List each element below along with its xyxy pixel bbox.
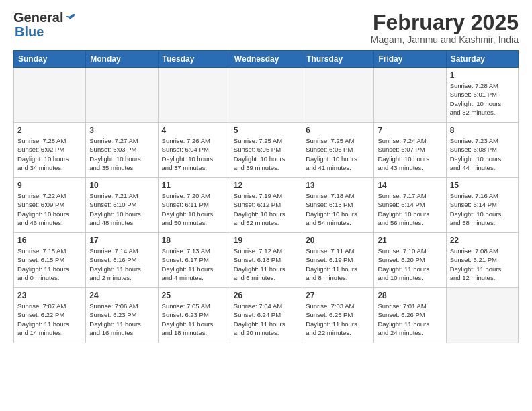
day-number: 20 [306, 236, 370, 245]
calendar-cell: 27Sunrise: 7:03 AM Sunset: 6:25 PM Dayli… [302, 288, 374, 343]
calendar-cell: 28Sunrise: 7:01 AM Sunset: 6:26 PM Dayli… [374, 288, 446, 343]
day-number: 15 [450, 181, 515, 190]
calendar-cell: 2Sunrise: 7:28 AM Sunset: 6:02 PM Daylig… [14, 123, 86, 178]
day-number: 7 [378, 126, 442, 135]
day-info: Sunrise: 7:13 AM Sunset: 6:17 PM Dayligh… [162, 246, 226, 282]
calendar-cell [230, 68, 302, 123]
calendar-cell: 21Sunrise: 7:10 AM Sunset: 6:20 PM Dayli… [374, 233, 446, 288]
calendar-cell [14, 68, 86, 123]
calendar-cell: 4Sunrise: 7:26 AM Sunset: 6:04 PM Daylig… [158, 123, 230, 178]
day-info: Sunrise: 7:20 AM Sunset: 6:11 PM Dayligh… [162, 191, 226, 227]
day-of-week-friday: Friday [374, 51, 446, 68]
day-number: 10 [89, 181, 154, 190]
calendar-cell: 11Sunrise: 7:20 AM Sunset: 6:11 PM Dayli… [158, 178, 230, 233]
calendar-cell [374, 68, 446, 123]
calendar-cell: 7Sunrise: 7:24 AM Sunset: 6:07 PM Daylig… [374, 123, 446, 178]
calendar-cell: 10Sunrise: 7:21 AM Sunset: 6:10 PM Dayli… [86, 178, 158, 233]
calendar-cell: 3Sunrise: 7:27 AM Sunset: 6:03 PM Daylig… [86, 123, 158, 178]
calendar-cell: 9Sunrise: 7:22 AM Sunset: 6:09 PM Daylig… [14, 178, 86, 233]
calendar-cell: 17Sunrise: 7:14 AM Sunset: 6:16 PM Dayli… [86, 233, 158, 288]
calendar-cell [302, 68, 374, 123]
logo-bird-icon [64, 12, 77, 24]
day-info: Sunrise: 7:26 AM Sunset: 6:04 PM Dayligh… [162, 136, 226, 172]
day-number: 23 [17, 291, 82, 300]
day-info: Sunrise: 7:25 AM Sunset: 6:05 PM Dayligh… [234, 136, 298, 172]
calendar-cell: 26Sunrise: 7:04 AM Sunset: 6:24 PM Dayli… [230, 288, 302, 343]
calendar-cell: 12Sunrise: 7:19 AM Sunset: 6:12 PM Dayli… [230, 178, 302, 233]
day-info: Sunrise: 7:18 AM Sunset: 6:13 PM Dayligh… [306, 191, 370, 227]
calendar-cell: 5Sunrise: 7:25 AM Sunset: 6:05 PM Daylig… [230, 123, 302, 178]
day-of-week-wednesday: Wednesday [230, 51, 302, 68]
day-number: 17 [89, 236, 154, 245]
day-info: Sunrise: 7:04 AM Sunset: 6:24 PM Dayligh… [234, 302, 298, 337]
day-info: Sunrise: 7:27 AM Sunset: 6:03 PM Dayligh… [89, 136, 154, 172]
calendar-cell: 23Sunrise: 7:07 AM Sunset: 6:22 PM Dayli… [14, 288, 86, 343]
day-number: 25 [162, 291, 226, 300]
calendar-week-row: 23Sunrise: 7:07 AM Sunset: 6:22 PM Dayli… [14, 288, 519, 343]
day-number: 22 [450, 236, 515, 245]
day-info: Sunrise: 7:19 AM Sunset: 6:12 PM Dayligh… [234, 191, 298, 227]
day-of-week-thursday: Thursday [302, 51, 374, 68]
day-of-week-monday: Monday [86, 51, 158, 68]
day-number: 24 [89, 291, 154, 300]
calendar-cell: 20Sunrise: 7:11 AM Sunset: 6:19 PM Dayli… [302, 233, 374, 288]
day-number: 18 [162, 236, 226, 245]
calendar-cell: 15Sunrise: 7:16 AM Sunset: 6:14 PM Dayli… [446, 178, 518, 233]
day-number: 14 [378, 181, 442, 190]
logo-blue-text: Blue [15, 24, 44, 39]
day-number: 16 [17, 236, 82, 245]
calendar-header-row: SundayMondayTuesdayWednesdayThursdayFrid… [14, 51, 519, 68]
day-of-week-sunday: Sunday [14, 51, 86, 68]
calendar-cell: 16Sunrise: 7:15 AM Sunset: 6:15 PM Dayli… [14, 233, 86, 288]
calendar-week-row: 16Sunrise: 7:15 AM Sunset: 6:15 PM Dayli… [14, 233, 519, 288]
day-info: Sunrise: 7:08 AM Sunset: 6:21 PM Dayligh… [450, 246, 515, 282]
calendar-week-row: 2Sunrise: 7:28 AM Sunset: 6:02 PM Daylig… [14, 123, 519, 178]
calendar-cell [86, 68, 158, 123]
day-info: Sunrise: 7:25 AM Sunset: 6:06 PM Dayligh… [306, 136, 370, 172]
day-info: Sunrise: 7:07 AM Sunset: 6:22 PM Dayligh… [17, 302, 82, 337]
day-info: Sunrise: 7:11 AM Sunset: 6:19 PM Dayligh… [306, 246, 370, 282]
day-info: Sunrise: 7:24 AM Sunset: 6:07 PM Dayligh… [378, 136, 442, 172]
calendar-week-row: 9Sunrise: 7:22 AM Sunset: 6:09 PM Daylig… [14, 178, 519, 233]
day-info: Sunrise: 7:14 AM Sunset: 6:16 PM Dayligh… [89, 246, 154, 282]
calendar-cell [158, 68, 230, 123]
day-number: 27 [306, 291, 370, 300]
day-number: 9 [17, 181, 82, 190]
calendar-cell: 18Sunrise: 7:13 AM Sunset: 6:17 PM Dayli… [158, 233, 230, 288]
day-info: Sunrise: 7:16 AM Sunset: 6:14 PM Dayligh… [450, 191, 515, 227]
day-info: Sunrise: 7:15 AM Sunset: 6:15 PM Dayligh… [17, 246, 82, 282]
day-info: Sunrise: 7:10 AM Sunset: 6:20 PM Dayligh… [378, 246, 442, 282]
calendar-cell: 19Sunrise: 7:12 AM Sunset: 6:18 PM Dayli… [230, 233, 302, 288]
calendar-cell: 1Sunrise: 7:28 AM Sunset: 6:01 PM Daylig… [446, 68, 518, 123]
day-info: Sunrise: 7:28 AM Sunset: 6:01 PM Dayligh… [450, 81, 515, 117]
day-info: Sunrise: 7:06 AM Sunset: 6:23 PM Dayligh… [89, 302, 154, 337]
calendar-cell: 8Sunrise: 7:23 AM Sunset: 6:08 PM Daylig… [446, 123, 518, 178]
calendar-cell: 14Sunrise: 7:17 AM Sunset: 6:14 PM Dayli… [374, 178, 446, 233]
calendar-cell [446, 288, 518, 343]
day-info: Sunrise: 7:28 AM Sunset: 6:02 PM Dayligh… [17, 136, 82, 172]
month-title: February 2025 [371, 11, 519, 34]
day-of-week-tuesday: Tuesday [158, 51, 230, 68]
day-number: 5 [234, 126, 298, 135]
day-info: Sunrise: 7:21 AM Sunset: 6:10 PM Dayligh… [89, 191, 154, 227]
day-number: 2 [17, 126, 82, 135]
calendar-cell: 13Sunrise: 7:18 AM Sunset: 6:13 PM Dayli… [302, 178, 374, 233]
day-number: 3 [89, 126, 154, 135]
day-number: 26 [234, 291, 298, 300]
day-number: 8 [450, 126, 515, 135]
location: Magam, Jammu and Kashmir, India [371, 34, 519, 45]
calendar-cell: 6Sunrise: 7:25 AM Sunset: 6:06 PM Daylig… [302, 123, 374, 178]
day-info: Sunrise: 7:12 AM Sunset: 6:18 PM Dayligh… [234, 246, 298, 282]
day-number: 12 [234, 181, 298, 190]
day-number: 13 [306, 181, 370, 190]
day-number: 19 [234, 236, 298, 245]
logo: General Blue [13, 11, 77, 40]
logo-general-text: General [13, 11, 63, 24]
day-number: 4 [162, 126, 226, 135]
day-number: 28 [378, 291, 442, 300]
day-number: 6 [306, 126, 370, 135]
day-of-week-saturday: Saturday [446, 51, 518, 68]
day-number: 1 [450, 71, 515, 80]
day-info: Sunrise: 7:23 AM Sunset: 6:08 PM Dayligh… [450, 136, 515, 172]
calendar-week-row: 1Sunrise: 7:28 AM Sunset: 6:01 PM Daylig… [14, 68, 519, 123]
